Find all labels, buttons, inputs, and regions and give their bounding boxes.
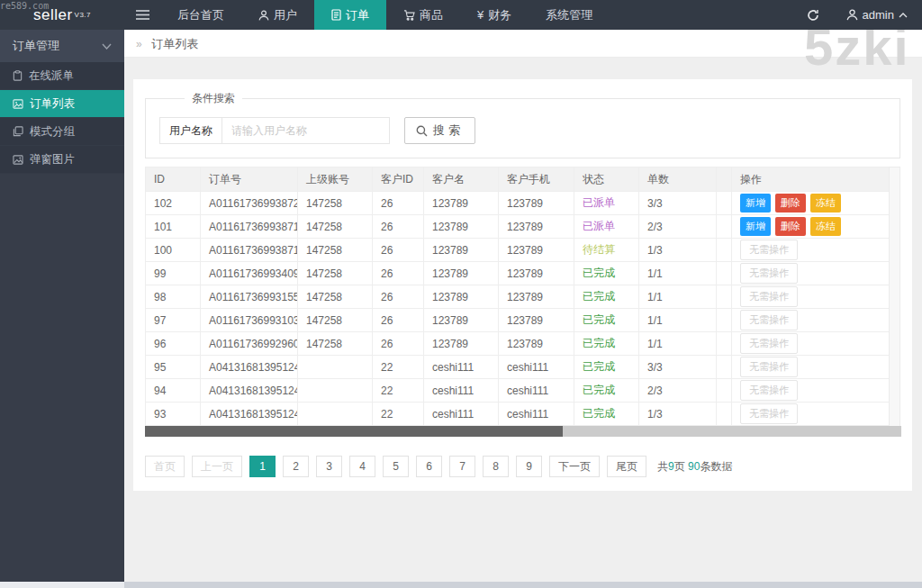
breadcrumb: » 订单列表 — [124, 30, 922, 58]
sidebar-item-popup-image[interactable]: 弹窗图片 — [0, 146, 124, 174]
hamburger-icon — [136, 9, 149, 21]
sidebar-filler — [0, 174, 124, 588]
sidebar-items: 在线派单订单列表模式分组弹窗图片 — [0, 62, 124, 174]
top-nav-item-goods[interactable]: 商品 — [386, 0, 460, 30]
delete-button[interactable]: 删除 — [775, 217, 806, 236]
search-row: 用户名称 搜索 — [159, 117, 886, 144]
logo-text: seller — [33, 6, 73, 24]
yen-icon: ¥ — [477, 8, 484, 22]
cell-operations: 新增删除冻结 — [732, 215, 890, 239]
cell-order_no: A04131681395124598 — [201, 356, 298, 379]
cell-order_no: A04131681395124517 — [201, 403, 298, 426]
cell-order_no: A01161736993871338 — [201, 239, 298, 262]
cell-id: 93 — [146, 403, 201, 426]
menu-toggle-icon[interactable] — [124, 0, 160, 30]
cell-count: 1/3 — [639, 403, 717, 426]
cell-id: 95 — [146, 356, 201, 379]
pagination-page-3[interactable]: 3 — [316, 456, 342, 477]
cell-spacer — [717, 379, 732, 403]
pagination-page-7[interactable]: 7 — [449, 456, 475, 477]
add-button[interactable]: 新增 — [740, 217, 771, 236]
pagination-page-4[interactable]: 4 — [349, 456, 375, 477]
cell-parent_account: 147258 — [298, 215, 373, 239]
search-legend: 条件搜索 — [185, 91, 242, 106]
cell-order_no: A01161736993872636 — [201, 192, 298, 215]
username-label: 用户名称 — [159, 117, 222, 144]
pagination-page-9[interactable]: 9 — [516, 456, 542, 477]
refresh-button[interactable] — [794, 0, 832, 30]
cell-status: 待结算 — [574, 239, 639, 262]
no-operation-label: 无需操作 — [740, 333, 798, 354]
top-nav-item-users[interactable]: 用户 — [241, 0, 314, 30]
cell-customer_id: 22 — [373, 403, 424, 426]
top-nav-item-finance[interactable]: ¥财务 — [460, 0, 529, 30]
pagination-page-1[interactable]: 1 — [249, 456, 276, 477]
sidebar-item-order-list[interactable]: 订单列表 — [0, 90, 124, 118]
pagination-page-5[interactable]: 5 — [383, 456, 409, 477]
image-icon — [13, 99, 23, 109]
cell-parent_account — [298, 403, 373, 426]
pagination-page-6[interactable]: 6 — [416, 456, 442, 477]
sidebar-item-mode-group[interactable]: 模式分组 — [0, 118, 124, 146]
pagination-page-2[interactable]: 2 — [283, 456, 309, 477]
cell-parent_account: 147258 — [298, 332, 373, 356]
freeze-button[interactable]: 冻结 — [810, 217, 841, 236]
delete-button[interactable]: 删除 — [775, 194, 806, 213]
horizontal-scrollbar-thumb[interactable] — [145, 426, 563, 437]
pagination-last[interactable]: 尾页 — [607, 456, 646, 477]
top-nav-item-home[interactable]: 后台首页 — [160, 0, 241, 30]
sidebar-item-online-dispatch[interactable]: 在线派单 — [0, 62, 124, 90]
cell-customer_name: 123789 — [424, 285, 499, 309]
cell-status: 已完成 — [574, 309, 639, 332]
caret-up-icon — [899, 13, 908, 18]
cell-customer_phone: ceshi111 — [499, 356, 574, 379]
cell-customer_phone: ceshi111 — [499, 379, 574, 403]
user-menu[interactable]: admin — [832, 0, 922, 30]
cell-status: 已完成 — [574, 332, 639, 356]
sidebar-item-label: 模式分组 — [30, 124, 75, 140]
cell-customer_phone: 123789 — [499, 239, 574, 262]
add-button[interactable]: 新增 — [740, 194, 771, 213]
table-row: 102A011617369938726361472582612378912378… — [146, 192, 890, 215]
refresh-icon — [807, 9, 819, 22]
search-button[interactable]: 搜索 — [404, 117, 475, 144]
chevron-down-icon — [102, 43, 112, 50]
table-row: 99A0116173699340915114725826123789123789… — [146, 262, 890, 285]
cell-customer_id: 26 — [373, 215, 424, 239]
cell-operations: 无需操作 — [732, 309, 890, 332]
column-header-7: 单数 — [639, 167, 717, 192]
sidebar-group-order-mgmt[interactable]: 订单管理 — [0, 30, 124, 62]
freeze-button[interactable]: 冻结 — [810, 194, 841, 213]
cell-count: 1/1 — [639, 332, 717, 356]
cell-status: 已派单 — [574, 192, 639, 215]
username-input[interactable] — [221, 117, 390, 144]
status-badge: 已派单 — [583, 220, 615, 232]
summary-prefix: 共 — [657, 460, 668, 473]
cell-id: 100 — [146, 239, 201, 262]
page-horizontal-scrollbar-thumb[interactable] — [0, 582, 124, 588]
cell-count: 3/3 — [639, 192, 717, 215]
cell-customer_id: 26 — [373, 332, 424, 356]
top-nav-label: 系统管理 — [546, 7, 592, 23]
horizontal-scrollbar[interactable] — [145, 426, 901, 437]
cell-id: 97 — [146, 309, 201, 332]
top-nav-item-orders[interactable]: 订单 — [314, 0, 386, 30]
summary-total-count: 90 — [688, 460, 700, 473]
sidebar-item-label: 订单列表 — [30, 96, 75, 112]
pagination-next[interactable]: 下一页 — [549, 456, 600, 477]
cell-count: 1/1 — [639, 285, 717, 309]
cell-operations: 无需操作 — [732, 262, 890, 285]
cell-operations: 新增删除冻结 — [732, 192, 890, 215]
top-nav-item-system[interactable]: 系统管理 — [529, 0, 610, 30]
pagination-page-8[interactable]: 8 — [483, 456, 509, 477]
table-row: 95A0413168139512459822ceshi111ceshi111已完… — [146, 356, 890, 379]
cell-customer_id: 22 — [373, 379, 424, 403]
search-icon — [416, 125, 428, 137]
page-horizontal-scrollbar[interactable] — [0, 582, 922, 588]
vertical-scrollbar[interactable] — [889, 167, 900, 431]
cell-customer_id: 26 — [373, 239, 424, 262]
cell-customer_id: 26 — [373, 285, 424, 309]
status-badge: 已完成 — [583, 313, 615, 326]
cell-spacer — [717, 403, 732, 426]
cell-customer_name: 123789 — [424, 332, 499, 356]
